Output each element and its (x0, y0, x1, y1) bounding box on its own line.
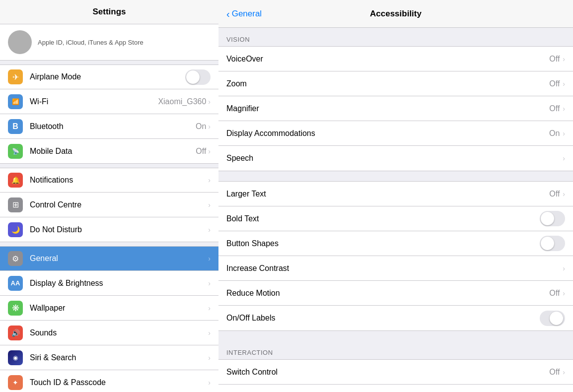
sidebar-item-display[interactable]: AA Display & Brightness › (0, 271, 218, 296)
mobile-icon: 📡 (8, 144, 23, 159)
back-button[interactable]: ‹ General (226, 9, 262, 19)
sidebar-item-general[interactable]: ⚙ General › (0, 246, 218, 271)
bold-text-label: Bold Text (226, 214, 540, 223)
sidebar-label-control: Control Centre (30, 200, 208, 209)
airplane-icon: ✈ (8, 69, 23, 84)
mobile-value: Off (196, 147, 206, 156)
sidebar-label-notifications: Notifications (30, 176, 208, 185)
panel-title: Accessibility (370, 9, 422, 19)
sidebar-item-dnd[interactable]: 🌙 Do Not Disturb › (0, 217, 218, 242)
button-shapes-label: Button Shapes (226, 239, 540, 248)
display-accommodations-label: Display Accommodations (226, 129, 549, 138)
sidebar-label-wallpaper: Wallpaper (30, 304, 208, 313)
back-chevron-icon: ‹ (226, 9, 230, 19)
sidebar-item-airplane[interactable]: ✈ Airplane Mode (0, 65, 218, 89)
sidebar-label-dnd: Do Not Disturb (30, 225, 208, 234)
panel-content: VISION VoiceOver Off › Zoom Off › Magnif… (218, 28, 573, 392)
dnd-icon: 🌙 (8, 222, 23, 237)
voiceover-label: VoiceOver (226, 55, 549, 64)
control-icon: ⊞ (8, 197, 23, 212)
bluetooth-value: On (196, 122, 206, 131)
speech-chevron: › (563, 154, 565, 162)
sidebar-item-sounds[interactable]: 🔊 Sounds › (0, 321, 218, 345)
sidebar-label-airplane: Airplane Mode (30, 72, 185, 81)
section-label-vision: VISION (218, 28, 573, 46)
sidebar-group-personalization: ⚙ General › AA Display & Brightness › ❋ … (0, 246, 218, 392)
zoom-label: Zoom (226, 79, 549, 88)
bluetooth-icon: B (8, 119, 23, 134)
bold-text-knob (541, 212, 554, 225)
back-label: General (232, 9, 262, 19)
sidebar-item-wifi[interactable]: 📶 Wi-Fi Xiaomi_G360 › (0, 89, 218, 114)
button-shapes-toggle[interactable] (540, 236, 565, 251)
sidebar-item-wallpaper[interactable]: ❋ Wallpaper › (0, 296, 218, 321)
display-chevron: › (208, 279, 211, 287)
zoom-value: Off (549, 79, 560, 88)
notifications-icon: 🔔 (8, 173, 23, 188)
row-larger-text[interactable]: Larger Text Off › (218, 182, 573, 206)
settings-group-vision: VoiceOver Off › Zoom Off › Magnifier Off… (218, 46, 573, 171)
bold-text-toggle[interactable] (540, 211, 565, 226)
switch-control-label: Switch Control (226, 368, 549, 377)
row-switch-control[interactable]: Switch Control Off › (218, 360, 573, 385)
sounds-icon: 🔊 (8, 326, 23, 340)
avatar (8, 30, 32, 54)
onoff-dot (560, 317, 563, 320)
sidebar-item-control[interactable]: ⊞ Control Centre › (0, 193, 218, 217)
display-icon: AA (8, 276, 23, 291)
sidebar-item-touchid[interactable]: ✦ Touch ID & Passcode › (0, 370, 218, 392)
row-speech[interactable]: Speech › (218, 146, 573, 171)
sidebar-label-bluetooth: Bluetooth (30, 122, 196, 131)
row-display-accommodations[interactable]: Display Accommodations On › (218, 121, 573, 146)
siri-icon: ◉ (8, 350, 23, 365)
row-bold-text[interactable]: Bold Text (218, 206, 573, 231)
sidebar-item-notifications[interactable]: 🔔 Notifications › (0, 168, 218, 193)
speech-label: Speech (226, 154, 563, 163)
larger-text-label: Larger Text (226, 190, 549, 198)
sidebar-label-touchid: Touch ID & Passcode (30, 378, 208, 387)
row-voiceover[interactable]: VoiceOver Off › (218, 47, 573, 71)
sidebar-item-bluetooth[interactable]: B Bluetooth On › (0, 114, 218, 139)
profile-row[interactable]: Apple ID, iCloud, iTunes & App Store (0, 24, 218, 61)
magnifier-value: Off (549, 104, 560, 113)
display-accommodations-value: On (549, 129, 560, 138)
wifi-value: Xiaomi_G360 (158, 97, 206, 106)
sidebar-header: Settings (0, 0, 218, 24)
sidebar-title: Settings (8, 7, 211, 17)
row-reduce-motion[interactable]: Reduce Motion Off › (218, 281, 573, 306)
airplane-toggle[interactable] (185, 69, 211, 85)
row-zoom[interactable]: Zoom Off › (218, 71, 573, 96)
row-magnifier[interactable]: Magnifier Off › (218, 96, 573, 121)
settings-group-text: Larger Text Off › Bold Text Button Shape… (218, 181, 573, 331)
general-icon: ⚙ (8, 251, 23, 266)
sidebar-label-wifi: Wi-Fi (30, 97, 158, 106)
button-shapes-knob (541, 237, 554, 250)
reduce-motion-chevron: › (563, 289, 565, 297)
voiceover-value: Off (549, 55, 560, 64)
switch-control-chevron: › (563, 368, 565, 376)
sidebar-item-siri[interactable]: ◉ Siri & Search › (0, 345, 218, 370)
wifi-chevron: › (208, 98, 211, 106)
row-increase-contrast[interactable]: Increase Contrast › (218, 256, 573, 281)
onoff-labels-label: On/Off Labels (226, 314, 540, 323)
switch-control-value: Off (549, 368, 560, 377)
main-panel: ‹ General Accessibility VISION VoiceOver… (218, 0, 573, 392)
sidebar-label-sounds: Sounds (30, 328, 208, 337)
row-assistivetouch[interactable]: AssistiveTouch Off › (218, 385, 573, 392)
bluetooth-chevron: › (208, 123, 211, 131)
increase-contrast-chevron: › (563, 264, 565, 272)
row-onoff-labels[interactable]: On/Off Labels (218, 306, 573, 330)
sidebar-label-mobile: Mobile Data (30, 147, 196, 156)
panel-header: ‹ General Accessibility (218, 0, 573, 28)
notifications-chevron: › (208, 176, 211, 184)
sidebar-group-connectivity: ✈ Airplane Mode 📶 Wi-Fi Xiaomi_G360 › B … (0, 65, 218, 164)
wallpaper-icon: ❋ (8, 301, 23, 316)
row-button-shapes[interactable]: Button Shapes (218, 231, 573, 256)
onoff-labels-toggle[interactable] (540, 311, 565, 326)
wifi-icon: 📶 (8, 94, 23, 109)
sidebar-label-siri: Siri & Search (30, 353, 208, 362)
sidebar-label-display: Display & Brightness (30, 279, 208, 288)
zoom-chevron: › (563, 80, 565, 88)
touchid-chevron: › (208, 379, 211, 387)
sidebar-item-mobile[interactable]: 📡 Mobile Data Off › (0, 139, 218, 164)
